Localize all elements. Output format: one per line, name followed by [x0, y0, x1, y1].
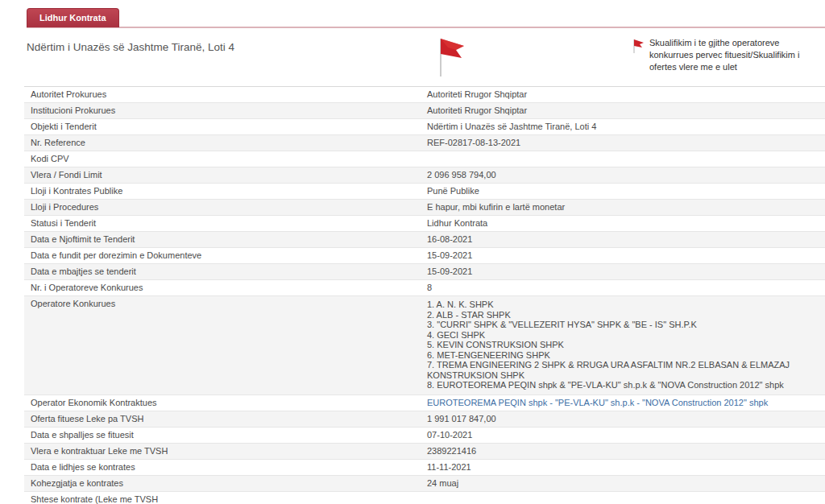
table-row: Lloji i Kontrates PublikePunë Publike: [24, 184, 825, 200]
row-value: Autoriteti Rrugor Shqiptar: [427, 103, 825, 118]
row-value: Punë Publike: [427, 184, 825, 199]
table-row: Kohezgjatja e kontrates24 muaj: [24, 476, 825, 492]
table-row: Lloji i ProceduresE hapur, mbi kufirin e…: [24, 200, 825, 216]
row-label: Data e Njoftimit te Tenderit: [24, 232, 427, 247]
table-row: Objekti i TenderitNdërtim i Unazës së Ja…: [24, 119, 825, 135]
row-value: 1 991 017 847,00: [427, 411, 825, 427]
table-row: Vlera / Fondi Limit2 096 958 794,00: [24, 167, 825, 184]
table-row: Data e mbajtjes se tenderit15-09-2021: [24, 264, 825, 280]
row-value: REF-02817-08-13-2021: [427, 135, 825, 151]
row-label: Nr. i Operatoreve Konkurues: [24, 280, 427, 295]
row-value: 1. A. N. K. SHPK 2. ALB - STAR SHPK 3. "…: [427, 296, 825, 395]
row-label: Operatore Konkurues: [24, 296, 427, 395]
table-row: Oferta fituese Leke pa TVSH1 991 017 847…: [24, 411, 825, 428]
header: Ndërtim i Unazës së Jashtme Tiranë, Loti…: [0, 28, 825, 86]
table-row: Shtese kontrate (Leke me TVSH: [24, 492, 825, 504]
row-value: 07-10-2021: [427, 428, 825, 443]
disqualification-note: Skualifikim i te gjithe operatoreve konk…: [632, 37, 816, 73]
row-value: Lidhur Kontrata: [427, 216, 825, 231]
row-label: Data e fundit per dorezimin e Dokumentev…: [24, 248, 427, 263]
row-label: Vlera e kontraktuar Leke me TVSH: [24, 444, 427, 459]
row-label: Objekti i Tenderit: [24, 119, 427, 134]
row-label: Data e shpalljes se fituesit: [24, 428, 427, 443]
row-label: Autoritet Prokurues: [24, 87, 427, 102]
row-value: 15-09-2021: [427, 264, 825, 279]
table-row: Data e fundit per dorezimin e Dokumentev…: [24, 248, 825, 264]
table-row: Kodi CPV: [24, 151, 825, 167]
tender-table: Autoritet ProkuruesAutoriteti Rrugor Shq…: [24, 86, 825, 504]
row-label: Shtese kontrate (Leke me TVSH: [24, 492, 427, 504]
row-value: 11-11-2021: [427, 460, 825, 475]
table-row: Nr. i Operatoreve Konkurues8: [24, 280, 825, 296]
row-value: E hapur, mbi kufirin e lartë monetar: [427, 200, 825, 215]
table-row: Data e shpalljes se fituesit07-10-2021: [24, 428, 825, 444]
row-value: 15-09-2021: [427, 248, 825, 263]
row-label: Operator Ekonomik Kontraktues: [24, 395, 427, 411]
contracted-operator-link[interactable]: EUROTEOREMA PEQIN shpk - "PE-VLA-KU" sh.…: [427, 398, 768, 407]
row-value: 16-08-2021: [427, 232, 825, 247]
row-label: Lloji i Kontrates Publike: [24, 184, 427, 199]
row-label: Institucioni Prokurues: [24, 103, 427, 118]
row-value: 24 muaj: [427, 476, 825, 491]
row-label: Vlera / Fondi Limit: [24, 167, 427, 183]
disqualification-note-text: Skualifikim i te gjithe operatoreve konk…: [649, 37, 815, 73]
table-row: Institucioni ProkuruesAutoriteti Rrugor …: [24, 103, 825, 119]
table-row: Autoritet ProkuruesAutoriteti Rrugor Shq…: [24, 87, 825, 103]
row-label: Kodi CPV: [24, 151, 427, 167]
tab-lidhur-kontrata[interactable]: Lidhur Kontrata: [27, 8, 119, 27]
row-value: 2389221416: [427, 444, 825, 459]
row-value: Ndërtim i Unazës së Jashtme Tiranë, Loti…: [427, 119, 825, 134]
table-row: Data e lidhjes se kontrates11-11-2021: [24, 460, 825, 476]
page-title: Ndërtim i Unazës së Jashtme Tiranë, Loti…: [27, 41, 234, 53]
row-label: Data e mbajtjes se tenderit: [24, 264, 427, 279]
row-label: Nr. Reference: [24, 135, 427, 151]
row-label: Lloji i Procedures: [24, 200, 427, 215]
row-value: [427, 492, 825, 504]
table-row: Data e Njoftimit te Tenderit16-08-2021: [24, 232, 825, 248]
row-label: Oferta fituese Leke pa TVSH: [24, 411, 427, 427]
row-label: Kohezgjatja e kontrates: [24, 476, 427, 491]
row-label: Statusi i Tenderit: [24, 216, 427, 231]
table-row: Statusi i TenderitLidhur Kontrata: [24, 216, 825, 232]
table-row: Nr. ReferenceREF-02817-08-13-2021: [24, 135, 825, 151]
tender-detail-page: Lidhur Kontrata Ndërtim i Unazës së Jash…: [0, 0, 825, 504]
row-value: Autoriteti Rrugor Shqiptar: [427, 87, 825, 102]
red-flag-icon: [437, 36, 466, 78]
row-value: EUROTEOREMA PEQIN shpk - "PE-VLA-KU" sh.…: [427, 395, 825, 411]
row-value: [427, 151, 825, 167]
table-row: Operator Ekonomik KontraktuesEUROTEOREMA…: [24, 395, 825, 411]
table-row: Vlera e kontraktuar Leke me TVSH23892214…: [24, 444, 825, 460]
row-value: 2 096 958 794,00: [427, 167, 825, 183]
row-label: Data e lidhjes se kontrates: [24, 460, 427, 475]
table-row: Operatore Konkurues1. A. N. K. SHPK 2. A…: [24, 296, 825, 395]
row-value: 8: [427, 280, 825, 295]
tab-bar: Lidhur Kontrata: [0, 0, 825, 28]
red-flag-icon: [632, 39, 645, 55]
